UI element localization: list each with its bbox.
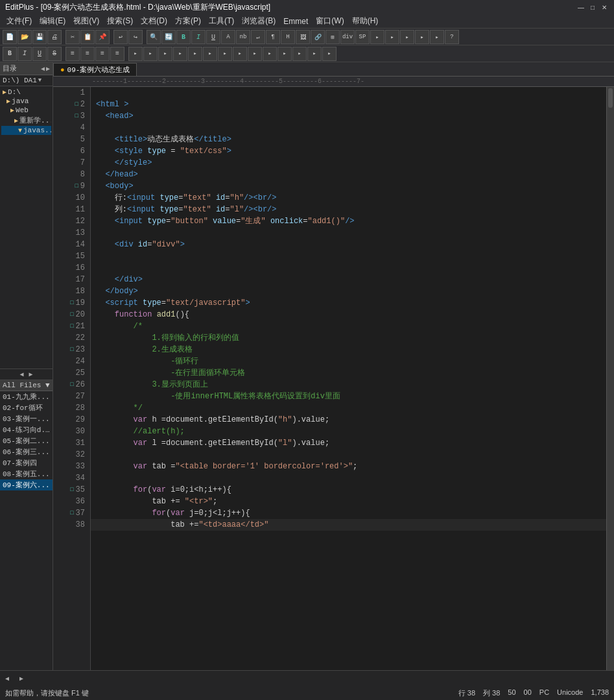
active-file-tab[interactable]: ● 09-案例六动态生成 <box>53 63 137 76</box>
code-content[interactable]: <html > <head> <title>动态生成表格</title> <st… <box>91 87 606 670</box>
tb2-u[interactable]: U <box>32 47 47 61</box>
dir-item-js[interactable]: ▼ javas... <box>1 126 51 135</box>
fold-icon[interactable]: □ <box>72 99 78 110</box>
fold-icon[interactable]: □ <box>67 309 74 320</box>
code-line-20[interactable]: function add1(){ <box>91 309 606 320</box>
tb-redo[interactable]: ↪ <box>128 30 143 44</box>
fold-icon[interactable]: □ <box>72 180 78 192</box>
menu-file[interactable]: 文件(F) <box>3 14 36 28</box>
menu-document[interactable]: 文档(D) <box>137 14 171 28</box>
bottom-nav-right[interactable]: ▶ <box>17 673 26 684</box>
maximize-button[interactable]: □ <box>588 3 597 12</box>
code-line-17[interactable]: </div> <box>91 274 606 285</box>
code-line-31[interactable]: var l =document.getElementById("l").valu… <box>91 437 606 449</box>
tb2-more3[interactable]: ▸ <box>158 47 172 61</box>
fold-icon[interactable]: □ <box>67 507 74 519</box>
tb-print[interactable]: 🖨 <box>47 30 62 44</box>
tb-div[interactable]: div <box>340 30 355 44</box>
file-item-07[interactable]: 07-案例四 <box>0 457 53 468</box>
file-item-02[interactable]: 02-for循环 <box>0 402 53 413</box>
dir-fwd-btn[interactable]: ▶ <box>46 65 50 73</box>
menu-view[interactable]: 视图(V) <box>69 14 103 28</box>
tb-span[interactable]: SP <box>355 30 370 44</box>
code-line-10[interactable]: 行:<input type="text" id="h"/><br/> <box>91 192 606 204</box>
tb-link[interactable]: 🔗 <box>311 30 325 44</box>
menu-window[interactable]: 窗口(W) <box>312 14 348 28</box>
fold-icon[interactable]: □ <box>67 484 74 496</box>
code-line-34[interactable] <box>91 472 606 484</box>
tb-replace[interactable]: 🔄 <box>161 30 176 44</box>
tb2-right[interactable]: ≡ <box>95 47 110 61</box>
code-line-3[interactable]: <head> <box>91 110 606 122</box>
file-list-header[interactable]: All Files ▼ <box>0 380 53 391</box>
tb-b[interactable]: B <box>176 30 191 44</box>
dir-item-java[interactable]: ▶ java <box>1 97 51 106</box>
code-line-12[interactable]: <input type="button" value="生成" onclick=… <box>91 215 606 227</box>
code-line-38[interactable]: tab +="<td>aaaa</td>" <box>91 519 606 531</box>
code-line-23[interactable]: 2.生成表格 <box>91 344 606 356</box>
tb-new[interactable]: 📄 <box>3 30 17 44</box>
code-line-28[interactable]: */ <box>91 402 606 414</box>
tb-more2[interactable]: ▸ <box>385 30 399 44</box>
tb-nb[interactable]: nb <box>236 30 250 44</box>
tb2-b[interactable]: B <box>3 47 17 61</box>
tb2-strike[interactable]: S <box>47 47 62 61</box>
tb-color[interactable]: A <box>221 30 235 44</box>
tb2-more12[interactable]: ▸ <box>292 47 307 61</box>
menu-search[interactable]: 搜索(S) <box>103 14 137 28</box>
code-line-36[interactable]: tab += "<tr>"; <box>91 496 606 507</box>
code-line-24[interactable]: -循环行 <box>91 356 606 367</box>
code-line-27[interactable]: -使用innerHTML属性将表格代码设置到div里面 <box>91 391 606 402</box>
tb-undo[interactable]: ↩ <box>113 30 128 44</box>
tb2-i[interactable]: I <box>18 47 32 61</box>
file-item-01[interactable]: 01-九九乘... <box>0 391 53 402</box>
tb-save[interactable]: 💾 <box>32 30 47 44</box>
code-line-2[interactable]: <html > <box>91 99 606 110</box>
file-item-03[interactable]: 03-案例一... <box>0 413 53 424</box>
code-line-30[interactable]: //alert(h); <box>91 426 606 437</box>
tb2-center[interactable]: ≡ <box>80 47 95 61</box>
dir-back-btn[interactable]: ◀ <box>41 65 45 73</box>
tb-para[interactable]: ¶ <box>266 30 280 44</box>
code-line-16[interactable] <box>91 262 606 274</box>
tb2-more8[interactable]: ▸ <box>233 47 247 61</box>
tb-more1[interactable]: ▸ <box>370 30 384 44</box>
fold-icon[interactable]: □ <box>67 344 74 356</box>
tb-img[interactable]: 🖼 <box>296 30 310 44</box>
code-line-4[interactable] <box>91 122 606 134</box>
tb-more3[interactable]: ▸ <box>400 30 414 44</box>
tb2-more7[interactable]: ▸ <box>218 47 232 61</box>
code-line-6[interactable]: <style type = "text/css"> <box>91 145 606 157</box>
dir-item-web[interactable]: ▶ Web <box>1 106 51 115</box>
code-line-25[interactable]: -在行里面循环单元格 <box>91 367 606 379</box>
tb2-more14[interactable]: ▸ <box>322 47 337 61</box>
tb2-left[interactable]: ≡ <box>65 47 80 61</box>
tb2-more2[interactable]: ▸ <box>143 47 158 61</box>
code-line-7[interactable]: </style> <box>91 157 606 169</box>
tb-more4[interactable]: ▸ <box>415 30 429 44</box>
tb2-more13[interactable]: ▸ <box>307 47 322 61</box>
fold-icon[interactable]: □ <box>67 297 74 309</box>
scroll-thumb[interactable] <box>608 88 613 108</box>
file-item-05[interactable]: 05-案例二... <box>0 435 53 446</box>
tb-h[interactable]: H <box>281 30 295 44</box>
scroll-track[interactable] <box>606 87 614 670</box>
drive-dropdown-icon[interactable]: ▼ <box>38 77 41 84</box>
dir-item-chongxin[interactable]: ▶ 重新学... <box>1 115 51 126</box>
tb2-justify[interactable]: ≡ <box>110 47 124 61</box>
code-line-1[interactable] <box>91 87 606 99</box>
code-line-29[interactable]: var h =document.getElementById("h").valu… <box>91 414 606 426</box>
tb2-more4[interactable]: ▸ <box>173 47 187 61</box>
code-line-26[interactable]: 3.显示到页面上 <box>91 379 606 391</box>
tb2-more10[interactable]: ▸ <box>263 47 277 61</box>
tb2-more6[interactable]: ▸ <box>203 47 217 61</box>
tb-q[interactable]: ? <box>445 30 459 44</box>
code-line-22[interactable]: 1.得到输入的行和列的值 <box>91 332 606 344</box>
file-item-08[interactable]: 08-案例五... <box>0 468 53 479</box>
tb2-more5[interactable]: ▸ <box>188 47 202 61</box>
code-line-18[interactable]: </body> <box>91 285 606 297</box>
menu-help[interactable]: 帮助(H) <box>348 14 383 28</box>
code-line-13[interactable] <box>91 227 606 239</box>
menu-tools[interactable]: 工具(T) <box>205 14 238 28</box>
tb-u[interactable]: U <box>206 30 220 44</box>
